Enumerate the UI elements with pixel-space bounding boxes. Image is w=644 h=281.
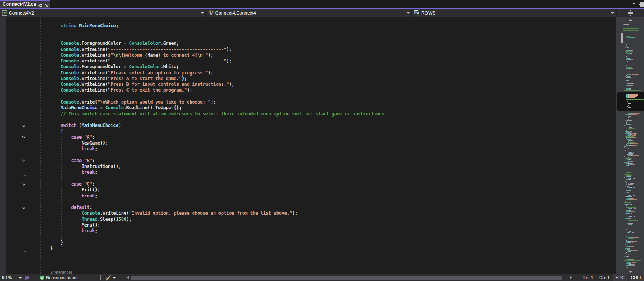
pin-icon[interactable]: [38, 2, 42, 6]
split-window-control[interactable]: [617, 9, 644, 17]
code-line: Console.WriteLine("Invalid option, pleas…: [82, 210, 297, 216]
minimap-scrollbar[interactable]: [616, 17, 644, 274]
code-line: Menu();: [82, 222, 100, 228]
code-line: NewGame();: [82, 140, 108, 146]
tab-bar: Connect4V2.cs: [0, 0, 644, 8]
close-icon[interactable]: [45, 2, 49, 6]
scroll-up-icon[interactable]: [628, 19, 633, 21]
document-health-icon[interactable]: [24, 275, 30, 281]
project-dropdown[interactable]: C# Connect4V2: [0, 9, 205, 17]
space-mode-indicator[interactable]: SPC: [613, 274, 628, 281]
minimap-caret-line: [616, 23, 644, 23]
code-line: case "C":: [71, 181, 95, 187]
code-line: case "B":: [71, 158, 95, 164]
csharp-project-icon: C#: [2, 10, 7, 16]
minimap-canvas: [616, 17, 644, 274]
code-text: string MainMenuChoice;Console.Foreground…: [0, 17, 616, 274]
code-line: Console.ForegroundColor = ConsoleColor.W…: [61, 64, 179, 70]
scroll-down-icon[interactable]: [628, 271, 633, 273]
tab-connect4v2[interactable]: Connect4V2.cs: [0, 0, 50, 8]
navigation-bar: C# Connect4V2 Connect4.Connect4: [0, 9, 644, 17]
no-issues-check-icon[interactable]: [40, 276, 44, 280]
line-ending-indicator[interactable]: CRLF: [629, 274, 644, 281]
code-line: case "A":: [71, 135, 95, 140]
member-dropdown-caret-icon: [611, 12, 614, 14]
project-dropdown-label: Connect4V2: [9, 10, 34, 16]
code-line: Instructions();: [82, 164, 121, 169]
code-line: }: [50, 246, 53, 251]
code-line: break;: [82, 228, 97, 234]
code-line: Thread.Sleep(1500);: [82, 217, 131, 222]
class-icon: [208, 10, 214, 16]
code-line: Console.WriteLine("Please select an opti…: [61, 70, 213, 76]
strip-separator: [100, 275, 101, 280]
code-line: Console.WriteLine("Press A to start the …: [61, 76, 187, 82]
tab-title: Connect4V2.cs: [3, 2, 36, 7]
code-editor[interactable]: string MainMenuChoice;Console.Foreground…: [0, 17, 616, 274]
svg-text:C#: C#: [3, 12, 7, 15]
code-line: Console.WriteLine("Press C to exit the p…: [61, 87, 192, 93]
zoom-control[interactable]: 90 %: [0, 274, 23, 281]
code-line: default:: [71, 205, 92, 210]
constant-icon: [414, 10, 420, 16]
hscroll-left-arrow-icon[interactable]: [127, 276, 129, 279]
code-line: MainMenuChoice = Console.ReadLine().ToUp…: [61, 105, 182, 111]
code-line: break;: [82, 169, 97, 175]
code-line: break;: [82, 193, 97, 199]
code-line: break;: [82, 146, 97, 152]
code-line: {: [61, 128, 63, 134]
health-status-label[interactable]: No issues found: [46, 275, 77, 280]
member-dropdown[interactable]: ROWS: [412, 9, 616, 17]
code-line: string MainMenuChoice;: [61, 23, 118, 29]
type-dropdown[interactable]: Connect4.Connect4: [206, 9, 411, 17]
code-line: Console.ForegroundColor = ConsoleColor.G…: [61, 41, 179, 46]
line-indicator[interactable]: Ln: 1: [583, 275, 593, 280]
code-cleanup-broom-icon[interactable]: [105, 275, 112, 281]
line-ending-label: CRLF: [631, 275, 642, 280]
split-editor-icon: [628, 10, 633, 18]
zoom-level: 90 %: [2, 275, 12, 280]
member-dropdown-label: ROWS: [421, 10, 435, 16]
code-line: Console.WriteLine("---------------------…: [61, 47, 232, 53]
code-line: Console.Write("\nWhich option would you …: [61, 99, 216, 105]
code-line: Console.WriteLine("---------------------…: [61, 58, 232, 64]
code-line: Exit();: [82, 187, 100, 193]
code-line: Console.WriteLine($"\n\tWelcome {Name} t…: [61, 53, 213, 58]
code-line: }: [61, 240, 63, 246]
code-line: Console.WriteLine("Press B for input con…: [61, 82, 234, 87]
type-dropdown-caret-icon: [407, 12, 410, 14]
gear-icon[interactable]: [639, 2, 644, 7]
column-indicator[interactable]: Ch: 1: [599, 275, 610, 280]
project-dropdown-caret-icon: [201, 12, 204, 14]
hscroll-right-arrow-icon[interactable]: [570, 276, 572, 279]
editor-status-strip: 90 % No issues found: [0, 274, 644, 281]
space-mode-label: SPC: [616, 275, 625, 280]
code-cleanup-caret-icon[interactable]: [113, 277, 116, 279]
vs-editor-window: Connect4V2.cs C# Connect4V2: [0, 0, 644, 281]
code-line: switch (MainMenuChoice): [61, 123, 121, 128]
code-line: // This switch case statement will allow…: [61, 111, 387, 117]
hscroll-thumb[interactable]: [131, 276, 562, 280]
zoom-caret-icon: [19, 277, 22, 279]
tab-list-dropdown-icon[interactable]: [632, 3, 636, 5]
codelens-references[interactable]: 2 references: [50, 270, 72, 274]
type-dropdown-label: Connect4.Connect4: [215, 10, 256, 16]
